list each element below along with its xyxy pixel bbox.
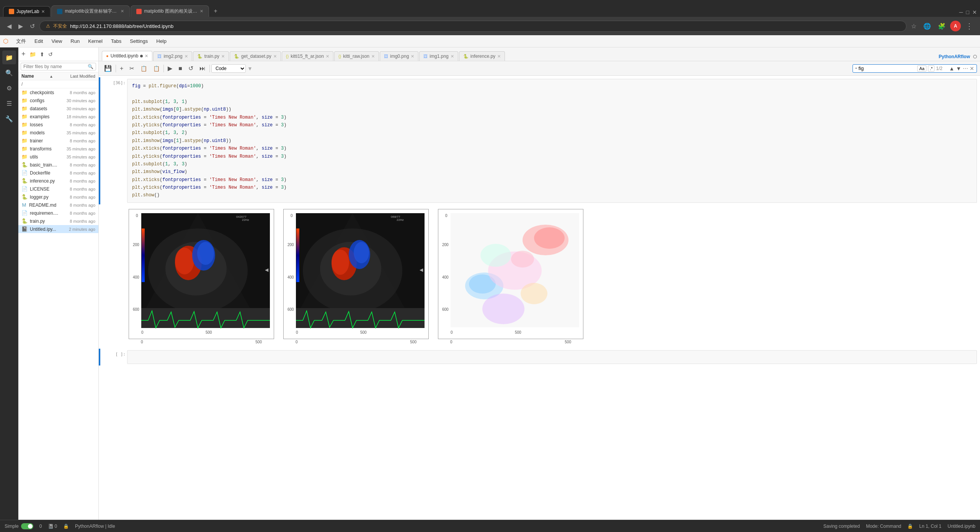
inference-tab-close[interactable]: ✕ — [497, 54, 501, 59]
url-bar[interactable]: ⚠ 不安全 http://10.24.21.170:8888/lab/tree/… — [39, 21, 906, 32]
menu-file[interactable]: 文件 — [12, 37, 30, 46]
file-item-inference[interactable]: 🐍 inference.py 8 months ago — [18, 177, 98, 185]
tab-kitti15-ft[interactable]: {} kitti15_ft_ar.json ✕ — [282, 51, 333, 61]
menu-help[interactable]: Help — [152, 37, 170, 45]
cut-cell-btn[interactable]: ✂ — [127, 64, 137, 73]
file-item-requirements[interactable]: 📄 requiremen.... 8 months ago — [18, 209, 98, 217]
file-item-datasets[interactable]: 📁 datasets 30 minutes ago — [18, 104, 98, 113]
file-item-dockerfile[interactable]: 📄 Dockerfile 8 months ago — [18, 169, 98, 177]
stop-kernel-btn[interactable]: ■ — [176, 64, 185, 73]
train-py-tab-close[interactable]: ✕ — [221, 54, 225, 59]
file-item-trainer[interactable]: 📁 trainer 8 months ago — [18, 137, 98, 145]
tools-sidebar-icon[interactable]: 🔧 — [2, 112, 16, 126]
search-regex-btn[interactable]: .* — [928, 65, 934, 72]
kitti-ft-tab-close[interactable]: ✕ — [326, 54, 329, 59]
translate-icon[interactable]: 🌐 — [921, 21, 933, 31]
add-cell-btn[interactable]: + — [118, 64, 126, 73]
profile-avatar[interactable]: A — [950, 21, 961, 31]
minimize-btn[interactable]: ─ — [959, 9, 963, 15]
menu-kernel[interactable]: Kernel — [84, 37, 106, 45]
search-more-btn[interactable]: ⋯ — [963, 65, 968, 72]
refresh-btn[interactable]: ↺ — [28, 21, 37, 31]
file-item-losses[interactable]: 📁 losses 8 months ago — [18, 121, 98, 129]
back-btn[interactable]: ◀ — [5, 21, 14, 31]
file-item-utils[interactable]: 📁 utils 35 minutes ago — [18, 153, 98, 161]
cell-type-select[interactable]: Code Markdown Raw — [211, 64, 246, 73]
file-item-basic-train[interactable]: 🐍 basic_train.... 8 months ago — [18, 161, 98, 169]
get-dataset-tab-close[interactable]: ✕ — [273, 54, 277, 59]
col-name-header[interactable]: Name — [21, 73, 49, 79]
extensions-icon[interactable]: 🧩 — [936, 21, 948, 31]
tab-get-dataset[interactable]: 🐍 get_dataset.py ✕ — [230, 51, 281, 61]
img1-tab-close[interactable]: ✕ — [451, 54, 454, 59]
refresh-files-btn[interactable]: ↺ — [47, 51, 54, 58]
copy-cell-btn[interactable]: 📋 — [138, 64, 149, 73]
img2-tab-close[interactable]: ✕ — [185, 54, 188, 59]
file-item-readme[interactable]: M README.md 8 months ago — [18, 201, 98, 209]
browser-tab-matplotlib2[interactable]: matplotlib 图画的相关设置: 坐 ✕ — [131, 5, 209, 17]
matplotlib1-tab-close[interactable]: ✕ — [121, 9, 124, 14]
file-item-examples[interactable]: 📁 examples 18 minutes ago — [18, 113, 98, 121]
tab-untitled-ipynb[interactable]: ● Untitled.ipynb ✕ — [102, 51, 152, 61]
menu-edit[interactable]: Edit — [31, 37, 47, 45]
paste-cell-btn[interactable]: 📋 — [151, 64, 162, 73]
tab-train-py[interactable]: 🐍 train.py ✕ — [193, 51, 229, 61]
filter-input[interactable] — [23, 64, 88, 69]
upload-btn[interactable]: ⬆ — [38, 51, 46, 58]
file-item-transforms[interactable]: 📁 transforms 35 minutes ago — [18, 145, 98, 153]
file-item-license[interactable]: 📄 LICENSE 8 months ago — [18, 185, 98, 193]
list-sidebar-icon[interactable]: ☰ — [2, 96, 16, 110]
notebook-scroll-area[interactable]: [36]: fig = plt.figure(dpi=1000) plt.sub… — [99, 76, 980, 520]
restart-run-btn[interactable]: ⏭ — [197, 64, 208, 73]
tab-img2[interactable]: 🖼 img2.png ✕ — [153, 51, 192, 61]
file-item-checkpoints[interactable]: 📁 checkpoints 8 months ago — [18, 88, 98, 96]
tab-img1[interactable]: 🖼 img1.png ✕ — [419, 51, 458, 61]
toggle-switch[interactable] — [21, 523, 33, 529]
notebook-tab-close[interactable]: ✕ — [145, 54, 148, 59]
col-modified-header[interactable]: Last Modified — [53, 74, 95, 78]
search-sidebar-icon[interactable]: 🔍 — [2, 66, 16, 80]
notebook-search-input[interactable] — [858, 65, 916, 71]
files-icon[interactable]: 📁 — [2, 51, 16, 64]
matplotlib2-tab-close[interactable]: ✕ — [200, 9, 203, 14]
new-launcher-btn[interactable]: + — [20, 49, 27, 59]
img0-tab-close[interactable]: ✕ — [411, 54, 414, 59]
file-item-configs[interactable]: 📁 configs 30 minutes ago — [18, 96, 98, 104]
menu-run[interactable]: Run — [67, 37, 83, 45]
new-folder-btn[interactable]: 📁 — [28, 51, 38, 58]
restart-kernel-btn[interactable]: ↺ — [186, 64, 196, 73]
browser-tab-matplotlib1[interactable]: matplotlib设置坐标轴字体大小 ✕ — [51, 5, 130, 17]
forward-btn[interactable]: ▶ — [16, 21, 25, 31]
jupyter-tab-close[interactable]: ✕ — [41, 9, 45, 14]
kitti-raw-tab-close[interactable]: ✕ — [371, 54, 375, 59]
simple-toggle[interactable]: Simple — [5, 523, 33, 529]
file-item-untitled[interactable]: 📓 Untitled.ipy... 2 minutes ago — [18, 225, 98, 233]
extensions-sidebar-icon[interactable]: ⚙ — [2, 81, 16, 95]
file-item-logger[interactable]: 🐍 logger.py 8 months ago — [18, 193, 98, 201]
maximize-btn[interactable]: □ — [966, 9, 969, 15]
browser-tab-jupyter[interactable]: JupyterLab ✕ — [3, 6, 51, 17]
more-options-icon[interactable]: ⋮ — [963, 20, 975, 32]
tab-img0[interactable]: 🖼 img0.png ✕ — [380, 51, 418, 61]
file-item-models[interactable]: 📁 models 35 minutes ago — [18, 129, 98, 137]
close-btn[interactable]: ✕ — [972, 9, 977, 15]
breadcrumb-root[interactable]: / — [21, 82, 23, 87]
code-block[interactable]: fig = plt.figure(dpi=1000) plt.subplot(1… — [127, 79, 977, 203]
bookmark-icon[interactable]: ☆ — [909, 21, 919, 31]
tab-kitti-raw[interactable]: {} kitti_raw.json ✕ — [334, 51, 379, 61]
tab-inference-py[interactable]: 🐍 inference.py ✕ — [459, 51, 505, 61]
pythonARflow-badge[interactable]: PythonARflow — [939, 54, 970, 59]
search-case-btn[interactable]: Aa — [917, 65, 926, 72]
new-tab-btn[interactable]: + — [210, 5, 221, 17]
menu-settings[interactable]: Settings — [126, 37, 152, 45]
run-cell-btn[interactable]: ▶ — [165, 64, 175, 73]
cell-code-area[interactable]: fig = plt.figure(dpi=1000) plt.subplot(1… — [127, 77, 980, 204]
menu-tabs[interactable]: Tabs — [107, 37, 125, 45]
search-prev-btn[interactable]: ▲ — [949, 65, 954, 72]
empty-cell-area[interactable] — [127, 349, 980, 366]
save-btn[interactable]: 💾 — [102, 64, 114, 73]
search-close-btn[interactable]: ✕ — [970, 65, 974, 72]
search-next-btn[interactable]: ▼ — [956, 65, 961, 72]
menu-view[interactable]: View — [47, 37, 66, 45]
file-item-train[interactable]: 🐍 train.py 8 months ago — [18, 217, 98, 225]
